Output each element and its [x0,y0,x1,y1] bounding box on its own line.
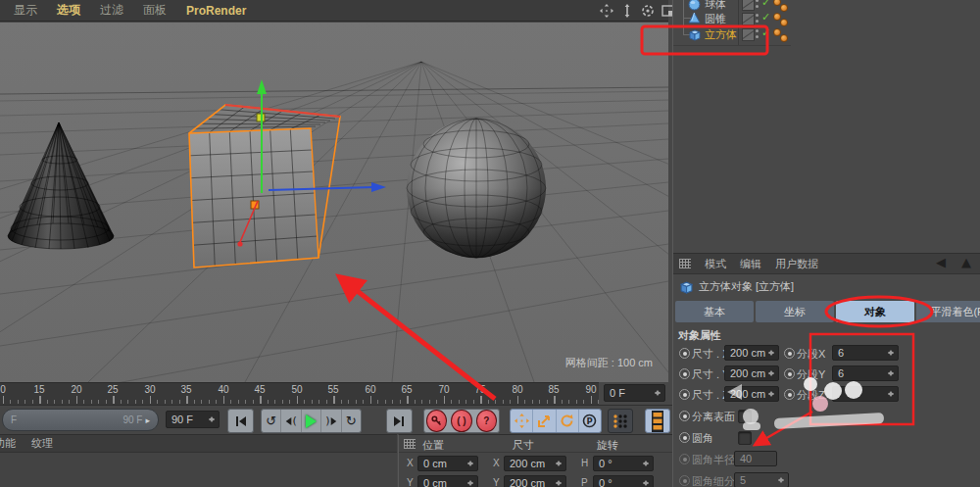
object-title: 立方体对象 [立方体] [679,279,794,294]
cone-object[interactable] [8,122,114,249]
segments-z-input[interactable] [832,386,899,402]
fillet-checkbox[interactable] [738,431,752,445]
anim-dot[interactable] [679,432,690,443]
record-position-icon[interactable] [511,410,533,432]
record-scale-icon[interactable] [533,410,556,432]
anim-dot[interactable] [679,411,690,421]
visibility-dots[interactable] [756,14,759,23]
visibility-dots[interactable] [756,0,759,8]
enabled-check-icon[interactable]: ✓ [761,26,770,39]
anim-dot[interactable] [784,389,795,400]
size-x-input[interactable]: 200 cm [724,345,779,361]
stepper-icon[interactable] [208,414,217,425]
position-x-field[interactable]: 0 cm [417,456,478,471]
tab-coordinates[interactable]: 坐标 [756,301,834,322]
anim-dot[interactable] [784,348,795,359]
anim-dot[interactable] [679,348,690,359]
size-z-input[interactable]: 200 cm [724,386,779,402]
tab-phong[interactable]: 平滑着色(Pho [916,301,980,322]
axis-label: Y [407,477,414,487]
rotation-h-field[interactable]: 0 ° [593,456,654,471]
anim-dot [679,454,690,464]
record-options-button[interactable]: ? [476,410,497,432]
timeline-ruler[interactable]: 0 15 20 25 30 35 40 45 50 55 60 65 70 75… [0,382,599,406]
menu-panel[interactable]: 面板 [143,2,167,19]
anim-dot[interactable] [784,368,795,379]
tick-label: 35 [180,384,191,395]
pan-icon[interactable] [600,3,613,18]
autokey-button[interactable]: ( ) [451,410,471,432]
menu-mode[interactable]: 模式 [705,257,726,271]
3d-viewport[interactable]: 网格间距 : 100 cm [0,23,668,382]
timeline-range-slider[interactable]: F 90 F ▸ [2,409,159,431]
section-title: 对象属性 [678,328,721,343]
property-row: 圆角半径 40 [673,451,980,468]
visibility-dots[interactable] [756,29,759,38]
current-frame-field[interactable]: 0 F [604,384,665,402]
menu-function[interactable]: 功能 [0,436,16,451]
record-key-button[interactable] [426,410,447,432]
size-y-input[interactable]: 200 cm [724,365,779,381]
menu-prorender[interactable]: ProRender [186,4,246,18]
anim-dot[interactable] [679,368,690,379]
cone-icon [688,12,701,24]
tick-label: 75 [474,384,485,395]
separate-surfaces-checkbox[interactable] [738,410,752,423]
panel-grid-icon[interactable] [679,259,691,268]
pla-dots-icon[interactable] [608,409,633,433]
keyframe-bar-icon[interactable] [645,409,670,433]
size-y-field[interactable]: 200 cm [504,475,566,487]
menu-userdata[interactable]: 用户数据 [775,257,818,271]
keyframe-record-group: ( ) ? [423,409,500,433]
axis-label: Y [493,477,500,487]
panel-grid-icon[interactable] [404,439,416,449]
object-row-cube[interactable]: 立方体 ✓ [673,26,980,43]
next-key-icon[interactable]: ) [321,410,341,432]
play-forward-icon[interactable] [302,410,321,432]
loop-icon[interactable]: ↻ [342,410,361,432]
sphere-object[interactable] [407,119,546,258]
tick-label: 25 [107,384,118,395]
segments-x-input[interactable]: 6 [832,345,899,361]
tab-object[interactable]: 对象 [836,301,914,322]
layer-square[interactable] [742,28,755,41]
property-row: 尺寸 . Z 200 cm 分段Z [673,386,980,404]
rotation-header: 旋转 [597,438,618,453]
enabled-check-icon[interactable]: ✓ [761,0,770,9]
cube-object[interactable] [189,105,340,268]
rotate-view-icon[interactable] [641,3,655,18]
object-row-cone[interactable]: 圆锥 ✓ [673,11,980,25]
position-y-field[interactable]: 0 cm [417,475,478,487]
goto-end-button[interactable] [386,409,413,433]
history-back-icon[interactable]: ◀ [936,255,946,269]
layer-square[interactable] [742,13,755,25]
fillet-radius-input: 40 [734,451,777,466]
menu-filter[interactable]: 过滤 [100,2,123,19]
record-parameter-icon[interactable]: P [579,410,601,432]
play-backwards-icon[interactable]: ↺ [262,410,281,432]
menu-options[interactable]: 选项 [57,2,80,19]
stepper-icon[interactable] [654,387,662,399]
axis-label: H [581,458,588,468]
menu-texture[interactable]: 纹理 [31,436,53,451]
record-rotation-icon[interactable] [557,410,579,432]
end-frame-field[interactable]: 90 F [166,411,220,428]
object-row-sphere[interactable]: 球体 ✓ [673,0,980,11]
layer-square[interactable] [742,0,755,11]
enabled-check-icon[interactable]: ✓ [761,11,770,24]
zoom-icon[interactable] [620,3,634,18]
anim-dot[interactable] [679,389,690,400]
range-handle-icon[interactable]: ▸ [145,415,150,425]
segments-y-input[interactable]: 6 [832,365,899,381]
playback-group: ↺ ( ) ↻ [261,409,362,433]
tab-basic[interactable]: 基本 [675,301,754,322]
history-up-icon[interactable]: ▲ [961,255,971,269]
previous-key-icon[interactable]: ( [281,410,301,432]
size-x-field[interactable]: 200 cm [504,456,566,471]
menu-edit[interactable]: 编辑 [740,257,761,271]
goto-start-button[interactable] [227,409,254,433]
tick-label: 15 [33,384,44,395]
menu-display[interactable]: 显示 [14,2,37,19]
svg-text:P: P [587,416,593,426]
rotation-p-field[interactable]: 0 ° [593,475,654,487]
